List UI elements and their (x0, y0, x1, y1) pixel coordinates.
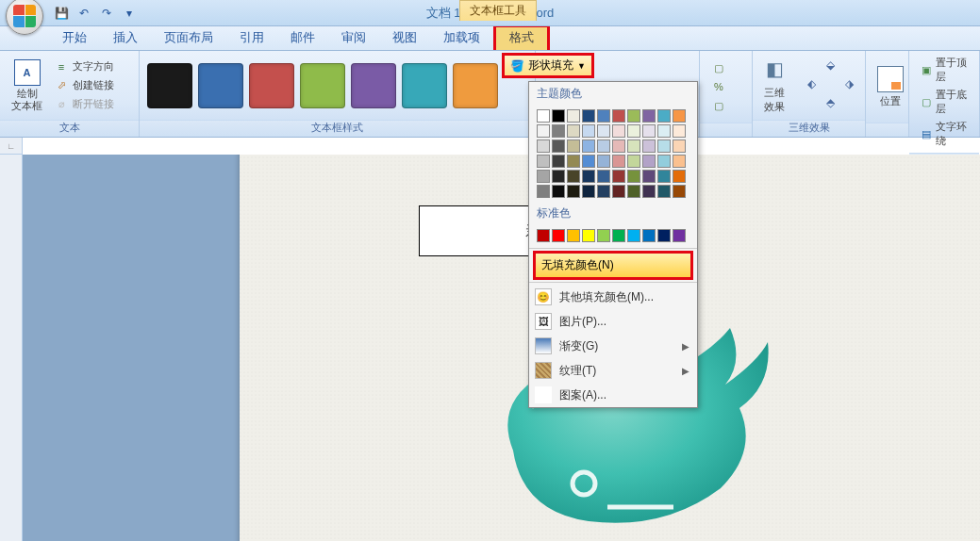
tilt-up-icon[interactable]: ⬙ (822, 58, 839, 75)
style-swatch[interactable] (249, 63, 294, 108)
standard-color-swatch[interactable] (673, 229, 686, 242)
theme-color-swatch[interactable] (627, 139, 640, 153)
theme-color-swatch[interactable] (567, 155, 580, 168)
theme-color-swatch[interactable] (612, 139, 625, 153)
theme-color-swatch[interactable] (582, 124, 595, 138)
theme-color-swatch[interactable] (657, 155, 671, 168)
theme-color-swatch[interactable] (612, 155, 625, 168)
shadow-up-button[interactable]: ▢ (707, 59, 730, 76)
texture-fill-item[interactable]: 纹理(T) ▶ (529, 358, 697, 383)
theme-color-swatch[interactable] (612, 124, 625, 138)
theme-color-swatch[interactable] (597, 185, 610, 198)
standard-color-swatch[interactable] (552, 229, 565, 242)
standard-color-swatch[interactable] (597, 229, 610, 242)
redo-icon[interactable]: ↷ (98, 5, 115, 22)
send-back-button[interactable]: ▢置于底层 (917, 87, 972, 117)
theme-color-swatch[interactable] (642, 170, 656, 183)
vertical-ruler[interactable] (0, 155, 23, 541)
no-fill-item[interactable]: 无填充颜色(N) (533, 251, 693, 280)
pattern-fill-item[interactable]: 图案(A)... (529, 383, 697, 407)
theme-color-swatch[interactable] (582, 185, 595, 198)
theme-color-swatch[interactable] (657, 139, 671, 153)
theme-color-swatch[interactable] (537, 124, 550, 138)
position-button[interactable]: 位置 (873, 66, 907, 108)
standard-color-swatch[interactable] (657, 229, 671, 242)
theme-color-swatch[interactable] (537, 155, 550, 168)
theme-color-swatch[interactable] (657, 124, 671, 138)
3d-effect-button[interactable]: ◧ 三维效果 (760, 57, 797, 114)
theme-color-swatch[interactable] (552, 109, 565, 123)
3d-tilt-pad[interactable]: ⬙ ⬖⬗ ⬘ (803, 58, 857, 113)
theme-color-swatch[interactable] (627, 155, 640, 168)
theme-color-swatch[interactable] (673, 124, 686, 138)
undo-icon[interactable]: ↶ (75, 5, 92, 22)
theme-color-swatch[interactable] (642, 139, 656, 153)
style-swatch[interactable] (453, 63, 498, 108)
theme-color-swatch[interactable] (673, 139, 686, 153)
theme-color-swatch[interactable] (627, 109, 640, 123)
theme-color-swatch[interactable] (552, 170, 565, 183)
theme-color-swatch[interactable] (642, 124, 656, 138)
draw-textbox-button[interactable]: A 绘制 文本框 (8, 59, 46, 110)
tab-references[interactable]: 引用 (226, 25, 277, 50)
theme-color-swatch[interactable] (612, 170, 625, 183)
tab-review[interactable]: 审阅 (328, 25, 379, 50)
shape-fill-button[interactable]: 🪣 形状填充 ▼ (502, 53, 594, 78)
theme-color-swatch[interactable] (537, 139, 550, 153)
tab-mailings[interactable]: 邮件 (277, 25, 328, 50)
theme-color-swatch[interactable] (537, 170, 550, 183)
theme-color-swatch[interactable] (612, 109, 625, 123)
style-swatch[interactable] (402, 63, 447, 108)
tab-page-layout[interactable]: 页面布局 (151, 25, 226, 50)
style-swatch[interactable] (147, 63, 192, 108)
standard-color-swatch[interactable] (642, 229, 656, 242)
break-link-button[interactable]: ⌀断开链接 (50, 96, 118, 113)
theme-color-swatch[interactable] (567, 124, 580, 138)
style-swatch[interactable] (198, 63, 243, 108)
theme-color-swatch[interactable] (597, 109, 610, 123)
tilt-down-icon[interactable]: ⬘ (822, 96, 839, 113)
theme-color-swatch[interactable] (673, 155, 686, 168)
theme-color-swatch[interactable] (582, 139, 595, 153)
theme-color-swatch[interactable] (567, 109, 580, 123)
theme-color-swatch[interactable] (552, 185, 565, 198)
more-colors-item[interactable]: 😊 其他填充颜色(M)... (529, 285, 697, 309)
tab-view[interactable]: 视图 (379, 25, 430, 50)
theme-color-swatch[interactable] (627, 124, 640, 138)
tab-home[interactable]: 开始 (49, 25, 100, 50)
theme-color-swatch[interactable] (582, 170, 595, 183)
theme-color-swatch[interactable] (673, 109, 686, 123)
theme-color-swatch[interactable] (657, 109, 671, 123)
theme-color-swatch[interactable] (567, 170, 580, 183)
text-direction-button[interactable]: ≡文字方向 (50, 58, 118, 75)
theme-color-swatch[interactable] (552, 139, 565, 153)
theme-color-swatch[interactable] (673, 170, 686, 183)
qat-dropdown-icon[interactable]: ▾ (121, 5, 138, 22)
theme-color-swatch[interactable] (567, 185, 580, 198)
standard-color-swatch[interactable] (627, 229, 640, 242)
standard-color-swatch[interactable] (537, 229, 550, 242)
theme-color-swatch[interactable] (597, 170, 610, 183)
picture-fill-item[interactable]: 🖼 图片(P)... (529, 309, 697, 334)
text-wrap-button[interactable]: ▤文字环绕 (917, 119, 972, 149)
tilt-right-icon[interactable]: ⬗ (840, 77, 857, 94)
office-button[interactable] (6, 0, 43, 35)
shadow-down-button[interactable]: ▢ (707, 97, 730, 114)
theme-color-swatch[interactable] (582, 109, 595, 123)
theme-color-swatch[interactable] (612, 185, 625, 198)
theme-color-swatch[interactable] (567, 139, 580, 153)
theme-color-swatch[interactable] (657, 170, 671, 183)
standard-color-swatch[interactable] (567, 229, 580, 242)
theme-color-swatch[interactable] (597, 124, 610, 138)
theme-color-swatch[interactable] (673, 185, 686, 198)
theme-color-swatch[interactable] (642, 155, 656, 168)
save-icon[interactable]: 💾 (53, 5, 70, 22)
theme-color-swatch[interactable] (642, 109, 656, 123)
style-gallery[interactable] (147, 63, 498, 108)
theme-color-swatch[interactable] (597, 155, 610, 168)
standard-color-swatch[interactable] (582, 229, 595, 242)
shadow-mid-button[interactable]: % (707, 78, 730, 95)
tab-addins[interactable]: 加载项 (430, 25, 493, 50)
theme-color-swatch[interactable] (627, 185, 640, 198)
style-swatch[interactable] (351, 63, 396, 108)
